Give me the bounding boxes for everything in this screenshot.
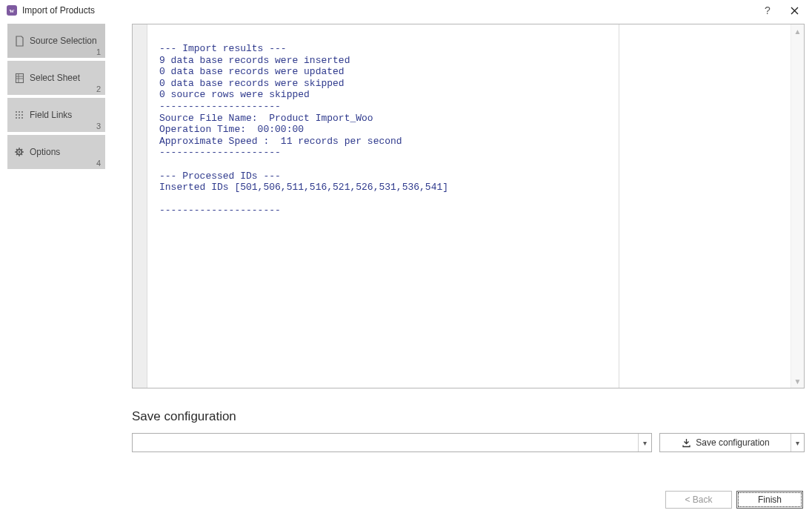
svg-point-7 <box>19 114 20 116</box>
step-label: Source Selection <box>30 36 99 46</box>
results-gutter <box>133 24 147 388</box>
import-products-dialog: w Import of Products ? Source Selection … <box>0 0 812 516</box>
svg-point-11 <box>21 117 23 119</box>
step-number: 3 <box>96 122 101 130</box>
step-source-selection[interactable]: Source Selection 1 <box>7 24 105 58</box>
download-icon <box>681 437 691 448</box>
back-button[interactable]: < Back <box>665 491 732 509</box>
step-select-sheet[interactable]: Select Sheet 2 <box>7 61 105 95</box>
svg-text:w: w <box>10 7 15 14</box>
save-configuration-section: Save configuration ▾ Save configuration <box>132 409 805 452</box>
step-number: 2 <box>96 85 101 93</box>
window-title: Import of Products <box>22 5 95 16</box>
svg-point-10 <box>19 117 20 119</box>
step-number: 1 <box>96 47 101 56</box>
app-icon: w <box>6 4 18 16</box>
svg-point-13 <box>19 151 20 153</box>
step-label: Field Links <box>30 110 99 120</box>
gear-icon <box>13 146 25 158</box>
configuration-name-combo[interactable]: ▾ <box>132 433 652 452</box>
close-button[interactable] <box>781 1 808 19</box>
step-field-links[interactable]: Field Links 3 <box>7 98 105 132</box>
finish-button[interactable]: Finish <box>736 491 803 509</box>
save-configuration-button-label: Save configuration <box>696 437 769 448</box>
results-panel: --- Import results --- 9 data base recor… <box>132 24 805 388</box>
sheet-icon <box>13 72 25 84</box>
chevron-down-icon[interactable]: ▾ <box>791 434 804 452</box>
save-configuration-label: Save configuration <box>132 409 805 424</box>
step-number: 4 <box>96 159 101 168</box>
svg-point-5 <box>21 111 23 113</box>
save-configuration-button[interactable]: Save configuration <box>660 434 791 452</box>
step-options[interactable]: Options 4 <box>7 135 105 169</box>
document-icon <box>13 35 25 47</box>
svg-point-3 <box>16 111 17 113</box>
scroll-up-icon[interactable]: ▲ <box>791 24 804 38</box>
wizard-steps: Source Selection 1 Select Sheet 2 <box>7 24 105 483</box>
links-icon <box>13 109 25 121</box>
dialog-footer: < Back Finish <box>0 491 812 516</box>
svg-point-9 <box>16 117 17 119</box>
import-results-log[interactable]: --- Import results --- 9 data base recor… <box>147 34 619 378</box>
titlebar: w Import of Products ? <box>0 0 812 21</box>
scrollbar[interactable]: ▲ ▼ <box>791 24 804 388</box>
help-button[interactable]: ? <box>754 1 781 19</box>
step-label: Options <box>30 147 99 157</box>
save-configuration-split-button: Save configuration ▾ <box>659 433 805 452</box>
svg-rect-2 <box>16 73 23 82</box>
step-label: Select Sheet <box>30 73 99 83</box>
chevron-down-icon[interactable]: ▾ <box>638 434 651 452</box>
svg-point-6 <box>16 114 17 116</box>
svg-point-8 <box>21 114 23 116</box>
results-side-panel <box>619 24 791 388</box>
scroll-down-icon[interactable]: ▼ <box>791 374 804 388</box>
svg-point-4 <box>19 111 20 113</box>
